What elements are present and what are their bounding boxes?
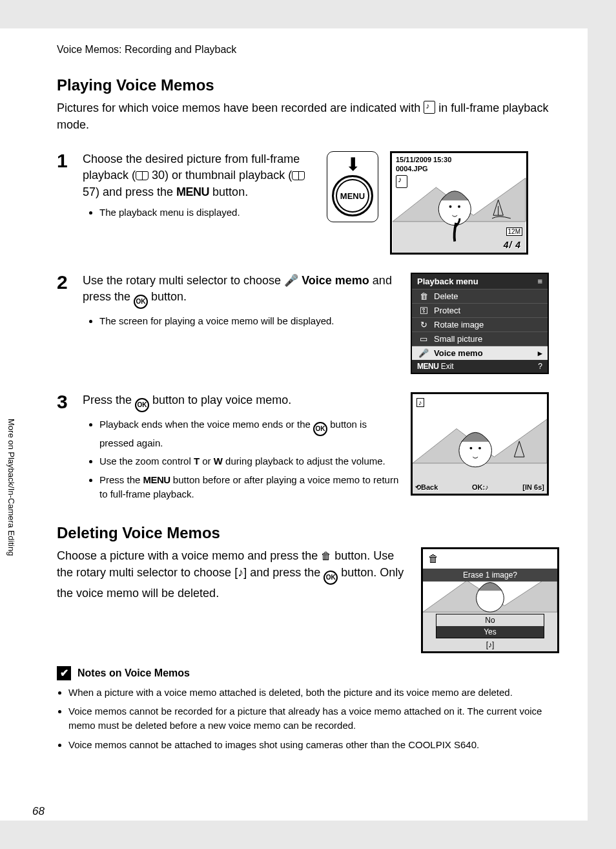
- intro-text-a: Pictures for which voice memos have been…: [57, 101, 424, 114]
- step-2: 2 Use the rotary multi selector to choos…: [57, 273, 559, 374]
- step1-sub: The playback menu is displayed.: [99, 205, 315, 220]
- manual-page: Voice Memos: Recording and Playback Play…: [0, 28, 588, 821]
- step-3: 3 Press the OK button to play voice memo…: [57, 392, 559, 506]
- pbmenu-title: Playback menu: [417, 277, 478, 286]
- delete-icon: 🗑: [418, 291, 429, 301]
- lcd2-back: ⟲Back: [415, 483, 438, 492]
- breadcrumb: Voice Memos: Recording and Playback: [57, 44, 559, 56]
- small-picture-icon: ▭: [418, 334, 429, 344]
- page-number: 68: [32, 805, 45, 818]
- svg-point-9: [469, 447, 472, 450]
- step2-sub: The screen for playing a voice memo will…: [99, 314, 399, 329]
- step2-c: button.: [148, 290, 187, 303]
- delete-paragraph: Choose a picture with a voice memo and p…: [57, 547, 408, 653]
- voice-memo-play-icon: ♪: [416, 398, 424, 407]
- protect-icon: ⚿: [418, 306, 429, 315]
- step-3-number: 3: [57, 392, 71, 506]
- ok-icon: OK: [134, 295, 148, 309]
- help-icon: ?: [538, 362, 542, 371]
- chevron-right-icon: ▸: [538, 348, 542, 358]
- notes-header: ✔ Notes on Voice Memos: [57, 666, 559, 680]
- down-arrow-icon: ⬇: [330, 156, 375, 174]
- check-icon: ✔: [57, 666, 71, 680]
- pbmenu-exit: Exit: [441, 362, 454, 371]
- section-title-playing: Playing Voice Memos: [57, 76, 559, 94]
- menu-label: MENU: [417, 362, 438, 371]
- lcd2-time: [IN 6s]: [522, 483, 544, 492]
- erase-options: No Yes: [436, 614, 544, 638]
- step2-a: Use the rotary multi selector to choose: [83, 274, 284, 287]
- svg-point-5: [458, 205, 460, 208]
- side-tab-label: More on Playback/In-Camera Editing: [0, 414, 23, 561]
- step2-bold: Voice memo: [298, 274, 369, 287]
- voice-memo-icon: [424, 101, 435, 114]
- menu-button-illustration: ⬇ MENU: [327, 151, 378, 255]
- step3-sub3: Press the MENU button before or after pl…: [99, 473, 399, 502]
- svg-point-4: [449, 205, 452, 208]
- lcd1-voicememo-icon: [396, 175, 407, 188]
- book-icon: [292, 171, 305, 180]
- step-1-number: 1: [57, 151, 71, 255]
- step3-b: button to play voice memo.: [149, 393, 291, 406]
- rotate-icon: ↻: [418, 320, 429, 330]
- lcd1-resolution-badge: 12M: [506, 227, 522, 236]
- mic-icon: 🎤: [284, 274, 298, 287]
- book-icon: [136, 171, 149, 180]
- lcd-preview-1: 15/11/2009 15:30 0004.JPG 12M 4/ 4: [390, 151, 528, 255]
- menu-label: MENU: [176, 185, 209, 198]
- mic-icon: 🎤: [418, 348, 429, 358]
- step-1: 1 Choose the desired picture from full-f…: [57, 151, 559, 255]
- step3-sub2: Use the zoom control T or W during playb…: [99, 454, 399, 469]
- step3-sub1: Playback ends when the voice memo ends o…: [99, 417, 399, 450]
- step3-a: Press the: [83, 393, 135, 406]
- option-no: No: [436, 614, 544, 626]
- menu-ham-icon: ≡: [537, 277, 542, 286]
- erase-prompt: Erase 1 image?: [423, 569, 557, 582]
- ok-icon: OK: [323, 571, 338, 585]
- pbmenu-item: Protect: [434, 306, 460, 315]
- step-2-body: Use the rotary multi selector to choose …: [83, 273, 399, 374]
- side-tab: More on Playback/In-Camera Editing: [0, 414, 25, 633]
- step-2-number: 2: [57, 273, 71, 374]
- ok-icon: OK: [135, 398, 149, 412]
- lcd-preview-3: Erase 1 image? No Yes [♪]: [421, 547, 559, 653]
- lcd1-counter: 4/ 4: [504, 240, 521, 250]
- pbmenu-item: Small picture: [434, 334, 482, 344]
- lcd3-footer-icon: [♪]: [423, 640, 557, 649]
- option-yes: Yes: [436, 626, 544, 638]
- step-3-body: Press the OK button to play voice memo. …: [83, 392, 399, 506]
- ok-icon: OK: [313, 422, 327, 436]
- step1-ref1: 30) or thumbnail playback (: [149, 169, 292, 182]
- lcd2-ok: OK:♪: [472, 483, 489, 492]
- step-1-body: Choose the desired picture from full-fra…: [83, 151, 315, 255]
- pbmenu-item-selected: Voice memo: [434, 348, 483, 358]
- pbmenu-item: Delete: [434, 291, 458, 301]
- menu-button-circle: MENU: [332, 175, 373, 216]
- lcd-preview-2: ♪ ⟲Back OK:♪ [IN 6s]: [411, 392, 549, 496]
- playback-menu-illustration: Playback menu≡ 🗑Delete ⚿Protect ↻Rotate …: [411, 273, 549, 374]
- intro-paragraph: Pictures for which voice memos have been…: [57, 100, 559, 133]
- step1-ref2: 57) and press the: [83, 185, 176, 198]
- note-item: When a picture with a voice memo attache…: [68, 686, 559, 700]
- section-title-deleting: Deleting Voice Memos: [57, 524, 559, 542]
- lcd1-filename: 0004.JPG: [396, 165, 428, 173]
- trash-icon: [321, 549, 331, 562]
- pbmenu-item: Rotate image: [434, 320, 484, 330]
- notes-title: Notes on Voice Memos: [77, 667, 190, 679]
- lcd1-date: 15/11/2009 15:30: [396, 156, 451, 163]
- note-item: Voice memos cannot be attached to images…: [68, 738, 559, 752]
- svg-point-10: [478, 447, 481, 450]
- step1-end: button.: [209, 185, 248, 198]
- notes-list: When a picture with a voice memo attache…: [68, 686, 559, 752]
- trash-icon: [428, 553, 438, 565]
- note-item: Voice memos cannot be recorded for a pic…: [68, 704, 559, 733]
